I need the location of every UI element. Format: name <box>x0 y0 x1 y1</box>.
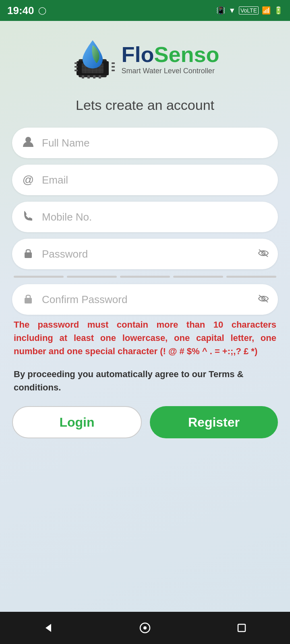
logo-area: FloSenso Smart Water Level Controller <box>70 37 219 81</box>
fullname-field-wrapper <box>12 128 278 158</box>
lock-confirm-icon <box>21 293 35 307</box>
terms-text: By proceeding you automatically agree to… <box>12 367 278 394</box>
email-field-wrapper: @ <box>12 165 278 195</box>
svg-point-20 <box>25 137 31 142</box>
lock-icon <box>21 247 35 261</box>
logo-text: FloSenso Smart Water Level Controller <box>121 43 219 75</box>
logo-name: FloSenso <box>121 43 219 65</box>
action-buttons: Login Register <box>12 406 278 438</box>
volte-icon: VoLTE <box>239 6 259 14</box>
svg-rect-6 <box>112 66 115 68</box>
at-icon: @ <box>21 173 35 186</box>
logo-subtitle: Smart Water Level Controller <box>121 67 219 75</box>
svg-marker-27 <box>46 624 51 632</box>
svg-rect-4 <box>75 70 78 71</box>
confirm-password-visibility-toggle[interactable] <box>258 293 269 306</box>
status-bar: 19:40 ◯ 📳 ▼ VoLTE 📶 🔋 <box>0 0 290 21</box>
logo-flo: Flo <box>121 42 154 66</box>
wifi-icon: ▼ <box>228 6 236 15</box>
svg-rect-21 <box>25 252 32 258</box>
password-error-message: The password must contain more than 10 c… <box>12 318 278 358</box>
status-profile-icon: ◯ <box>38 6 46 15</box>
mobile-input[interactable] <box>42 211 269 223</box>
svg-rect-7 <box>112 70 115 71</box>
svg-rect-2 <box>75 62 78 64</box>
svg-rect-3 <box>75 66 78 68</box>
svg-rect-11 <box>99 75 101 78</box>
main-content: FloSenso Smart Water Level Controller Le… <box>0 21 290 612</box>
status-time: 19:40 <box>7 4 34 17</box>
confirm-password-field-wrapper <box>12 284 278 315</box>
phone-icon <box>21 210 35 224</box>
mobile-field-wrapper <box>12 202 278 232</box>
svg-rect-10 <box>93 75 95 78</box>
nav-recent-button[interactable] <box>230 616 254 640</box>
strength-segment-5 <box>226 276 276 278</box>
page-title: Lets create an account <box>76 97 214 113</box>
svg-rect-5 <box>112 62 115 64</box>
status-left: 19:40 ◯ <box>7 4 46 17</box>
login-button[interactable]: Login <box>12 406 142 438</box>
logo-icon <box>70 37 115 81</box>
fullname-input[interactable] <box>42 137 269 149</box>
strength-segment-3 <box>120 276 170 278</box>
svg-rect-30 <box>238 624 245 632</box>
svg-rect-9 <box>87 75 90 78</box>
status-right: 📳 ▼ VoLTE 📶 🔋 <box>216 6 283 15</box>
strength-segment-2 <box>67 276 117 278</box>
nav-back-button[interactable] <box>36 616 60 640</box>
battery-icon: 🔋 <box>274 6 283 15</box>
person-icon <box>21 136 35 151</box>
password-input[interactable] <box>42 248 258 260</box>
register-button[interactable]: Register <box>150 406 278 438</box>
svg-rect-24 <box>25 298 32 303</box>
svg-point-29 <box>143 626 147 630</box>
password-visibility-toggle[interactable] <box>258 248 269 260</box>
password-strength-bar <box>12 276 278 278</box>
svg-rect-8 <box>82 75 84 78</box>
nav-bar <box>0 612 290 644</box>
nav-home-button[interactable] <box>133 616 157 640</box>
vibrate-icon: 📳 <box>216 6 225 15</box>
email-input[interactable] <box>42 174 269 186</box>
strength-segment-4 <box>173 276 223 278</box>
strength-segment-1 <box>14 276 64 278</box>
form-container: @ <box>12 128 278 315</box>
logo-senso: Senso <box>154 42 219 66</box>
password-field-wrapper <box>12 239 278 269</box>
confirm-password-input[interactable] <box>42 293 258 306</box>
signal-icon: 📶 <box>262 6 271 15</box>
